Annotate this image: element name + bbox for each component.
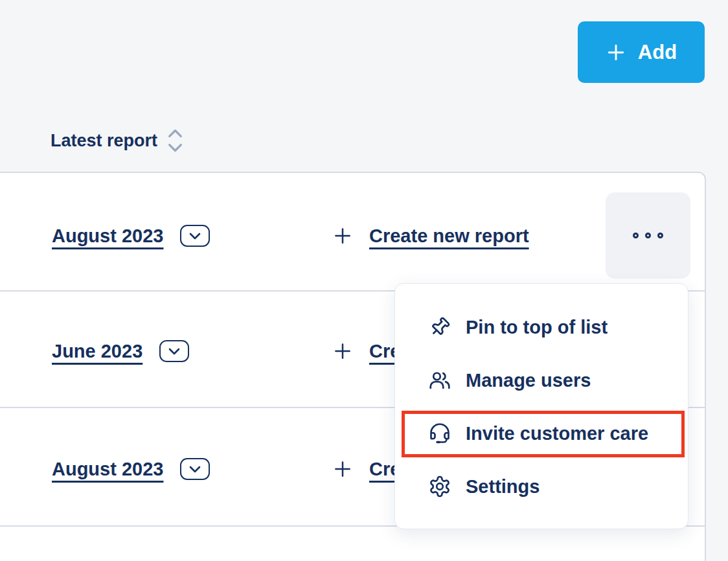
context-menu: Pin to top of list Manage users Invite c… <box>394 283 688 529</box>
chevron-down-icon <box>189 466 201 473</box>
more-options-button[interactable] <box>606 192 690 279</box>
latest-report-cell: June 2023 <box>52 336 189 367</box>
menu-item-label: Settings <box>466 476 540 498</box>
chevron-down-icon <box>189 233 201 240</box>
plus-icon <box>333 459 352 479</box>
menu-item-label: Invite customer care <box>466 423 648 444</box>
plus-icon <box>333 226 352 246</box>
menu-item-label: Pin to top of list <box>466 317 608 338</box>
ellipsis-icon <box>633 233 639 238</box>
column-header-label: Latest report <box>51 131 157 151</box>
headset-icon <box>428 422 451 445</box>
menu-item-invite-customer-care[interactable]: Invite customer care <box>395 407 688 460</box>
latest-report-cell: August 2023 <box>52 220 210 251</box>
gear-icon <box>428 475 451 498</box>
report-date-link[interactable]: August 2023 <box>52 459 163 480</box>
report-date-link[interactable]: August 2023 <box>52 225 163 247</box>
menu-item-manage-users[interactable]: Manage users <box>395 354 688 407</box>
plus-icon <box>333 341 352 361</box>
create-new-report-link[interactable]: Create new report <box>369 225 529 247</box>
create-report-cell: Create new report <box>333 220 529 251</box>
sort-up-down-icon[interactable] <box>166 127 184 154</box>
report-expander-button[interactable] <box>180 225 210 247</box>
latest-report-column-header[interactable]: Latest report <box>51 126 184 155</box>
ellipsis-icon <box>657 233 663 238</box>
plus-icon <box>606 42 626 63</box>
menu-item-label: Manage users <box>466 370 591 391</box>
menu-item-pin-to-top[interactable]: Pin to top of list <box>395 301 688 354</box>
add-button[interactable]: Add <box>578 21 705 83</box>
users-icon <box>428 369 451 392</box>
report-expander-button[interactable] <box>159 340 189 362</box>
pin-icon <box>428 315 451 339</box>
menu-item-settings[interactable]: Settings <box>395 460 688 513</box>
add-button-label: Add <box>638 41 677 64</box>
chevron-down-icon <box>168 348 180 355</box>
ellipsis-icon <box>645 233 651 238</box>
report-expander-button[interactable] <box>180 458 210 480</box>
latest-report-cell: August 2023 <box>52 453 210 485</box>
report-date-link[interactable]: June 2023 <box>52 341 142 362</box>
